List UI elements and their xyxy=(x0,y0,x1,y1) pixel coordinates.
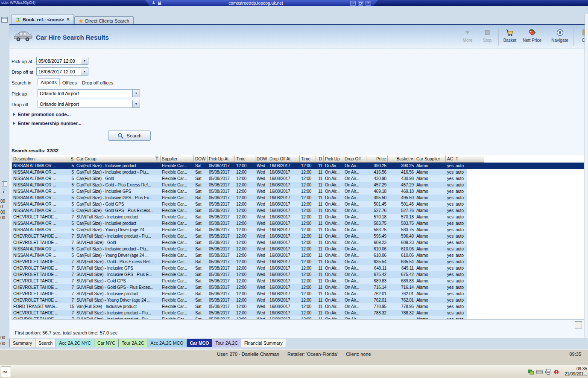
result-cell: Alamo xyxy=(415,195,446,201)
result-row[interactable]: FORD TRANSIT WAG...15Van(Full Size) - In… xyxy=(12,303,584,310)
result-row[interactable]: CHEVROLET TAHOE ...7SUV(Full Size) - Gol… xyxy=(12,259,584,265)
result-row[interactable]: NISSAN ALTIMA OR ...5Car(Full Size) - In… xyxy=(12,188,584,195)
column-header-s-1[interactable]: S xyxy=(68,155,75,163)
keyboard-icon[interactable] xyxy=(536,370,543,374)
result-cell: 610.06 xyxy=(388,252,415,259)
bottom-tab-search[interactable]: Search xyxy=(35,339,56,347)
pin-icon[interactable] xyxy=(152,1,155,5)
search-in-option-offices[interactable]: Offices xyxy=(60,79,79,86)
result-row[interactable]: NISSAN ALTIMA OR ...5Car(Full Size) - Go… xyxy=(12,201,584,207)
result-row[interactable]: NISSAN ALTIMA OR ...5Car(Full Size) - Yo… xyxy=(12,252,584,259)
chevron-down-icon[interactable]: ▼ xyxy=(132,100,140,108)
taskbar-clock[interactable]: 09:35 21/09/201... xyxy=(560,366,587,377)
close-button[interactable]: × xyxy=(366,1,371,6)
column-header-dow-4[interactable]: DOW xyxy=(194,155,208,163)
bottom-tab-acc-2a-2c-nyc[interactable]: Acc 2A,2C NYC xyxy=(56,339,94,347)
result-row[interactable]: CHEVROLET TAHOE ...7SUV(Full Size) - Gol… xyxy=(12,284,584,291)
panel-collapse-icon[interactable] xyxy=(1,17,8,23)
result-cell: Wed xyxy=(255,233,268,239)
chevron-down-icon[interactable]: ▼ xyxy=(81,68,88,75)
result-row[interactable]: CHEVROLET TAHOE ...7SUV(Full Size) - Inc… xyxy=(12,316,584,320)
column-header-basket-14[interactable]: Basket xyxy=(388,155,415,163)
result-row[interactable]: CHEVROLET TAHOE ...7SUV(Full Size) - Inc… xyxy=(12,271,584,278)
bottom-tab-acc-2a-2c-mco[interactable]: Acc 2A,2C MCO xyxy=(147,339,187,347)
result-cell: 16/08/2017 xyxy=(268,310,300,316)
document-tab[interactable]: Book. ref.: <none>× xyxy=(12,14,73,24)
result-cell: Flexible Car... xyxy=(161,265,194,271)
bottom-tab-financial-summary[interactable]: Financial Summary xyxy=(241,339,286,347)
result-row[interactable]: NISSAN ALTIMA OR ...5Car(Full Size) - Go… xyxy=(12,182,584,188)
navigate-button[interactable]: Navigate xyxy=(547,26,572,48)
column-header-dow-7[interactable]: DOW xyxy=(255,155,268,163)
restore-button[interactable] xyxy=(358,1,363,6)
result-row[interactable]: NISSAN ALTIMA OR ...5Car(Full Size) - In… xyxy=(12,246,584,252)
result-row[interactable]: CHEVROLET TAHOE ...7SUV(Full Size) - Inc… xyxy=(12,291,584,297)
column-header-car-supplier-15[interactable]: Car Supplier xyxy=(415,155,446,163)
column-header-description-0[interactable]: Description xyxy=(12,155,68,163)
column-header-drop-off-12[interactable]: Drop Off xyxy=(343,155,366,163)
bottom-tab-car-nyc[interactable]: Car NYC xyxy=(94,339,119,347)
result-cell: 11 xyxy=(316,284,324,291)
more-arrow-icon xyxy=(465,30,471,35)
result-row[interactable]: CHEVROLET TAHOE ...7SUV(Full Size) - Inc… xyxy=(12,310,584,316)
column-header-label: Drop Off At xyxy=(269,157,290,161)
result-row[interactable]: NISSAN ALTIMA OR ...5Car(Full Size) - Yo… xyxy=(12,227,584,233)
result-cell: Alamo xyxy=(415,169,446,175)
search-in-option-drop-off-offices[interactable]: Drop off offices xyxy=(79,79,116,86)
result-row[interactable]: NISSAN ALTIMA OR ...5Car(Full Size) - Go… xyxy=(12,207,584,214)
result-row[interactable]: CHEVROLET TAHOE ...7SUV(Full Size) - Gol… xyxy=(12,278,584,284)
drop-off-combo[interactable]: Orlando Intl Airport ▼ xyxy=(38,100,140,108)
document-tab[interactable]: Direct Clients Search xyxy=(74,16,133,25)
pick-up-combo[interactable]: Orlando Intl Airport ▼ xyxy=(38,89,140,97)
tab-close-icon[interactable]: × xyxy=(67,17,70,22)
column-header-d-10[interactable]: D xyxy=(316,155,324,163)
result-row[interactable]: NISSAN ALTIMA OR ...5Car(Full Size) - In… xyxy=(12,195,584,201)
result-row[interactable]: NISSAN ALTIMA OR ...5Car(Full Size) - In… xyxy=(12,220,584,227)
network-icon[interactable] xyxy=(528,369,534,375)
column-header-price-13[interactable]: Price xyxy=(366,155,388,163)
column-header-pick-up-at-5[interactable]: Pick Up At xyxy=(208,155,235,163)
result-row[interactable]: NISSAN ALTIMA OR ...5Car(Full Size) - In… xyxy=(12,169,584,175)
alert-icon[interactable] xyxy=(554,369,559,375)
basket-button[interactable]: Basket xyxy=(500,26,520,48)
right-scrollbar-gutter[interactable] xyxy=(585,14,588,338)
bottom-tab-tour-2a-2c[interactable]: Tour 2A,2C xyxy=(118,339,148,347)
column-header-drop-off-at-8[interactable]: Drop Off At xyxy=(268,155,300,163)
column-header-car-group-2[interactable]: Car Group xyxy=(75,155,161,163)
docked-panel-icon[interactable] xyxy=(2,181,7,186)
promotion-code-toggle[interactable]: Enter promotion code... xyxy=(13,112,70,117)
search-in-option-airports[interactable]: Airports xyxy=(38,79,60,86)
result-cell: Flexible Car... xyxy=(161,246,194,252)
search-button[interactable]: Search xyxy=(108,131,151,141)
column-header-time-6[interactable]: Time xyxy=(235,155,255,163)
chevron-down-icon[interactable]: ▼ xyxy=(132,90,140,97)
result-row[interactable]: CHEVROLET TAHOE ...7SUV(Full Size) - Gol… xyxy=(12,239,584,246)
result-row[interactable]: CHEVROLET TAHOE ...7SUV(Full Size) - Inc… xyxy=(12,214,584,220)
bottom-tab-tour-2a-2c[interactable]: Tour 2A,2C xyxy=(212,339,241,347)
column-header-supplier-3[interactable]: Supplier xyxy=(161,155,194,163)
result-row[interactable]: NISSAN ALTIMA OR ...5Car(Full Size) - Go… xyxy=(12,175,584,182)
minimize-button[interactable]: – xyxy=(350,1,356,6)
result-row[interactable]: CHEVROLET TAHOE ...7SUV(Full Size) - Inc… xyxy=(12,265,584,271)
column-header-pick-up-11[interactable]: Pick Up xyxy=(324,155,343,163)
chevron-down-icon[interactable]: ▼ xyxy=(81,57,88,64)
scroll-corner-button[interactable] xyxy=(575,321,582,329)
drop-off-at-combo[interactable]: 16/08/2017 12:00 ▼ xyxy=(36,67,88,76)
membership-number-toggle[interactable]: Enter membership number... xyxy=(13,121,82,126)
result-cell: Sat xyxy=(194,169,208,175)
result-row[interactable]: CHEVROLET TAHOE ...7SUV(Full Size) - Inc… xyxy=(12,233,584,239)
bottom-tab-summary[interactable]: Summary xyxy=(9,339,35,347)
result-cell: 495.50 xyxy=(388,195,415,201)
nett-price-button[interactable]: Nett Price xyxy=(520,26,544,48)
result-row[interactable]: CHEVROLET TAHOE ...7SUV(Full Size) - You… xyxy=(12,297,584,303)
column-header-t-17[interactable]: T xyxy=(454,155,467,163)
result-row[interactable]: NISSAN ALTIMA OR ...5Car(Full Size) - In… xyxy=(12,163,584,169)
pick-up-at-combo[interactable]: 05/08/2017 12:00 ▼ xyxy=(36,57,88,65)
bottom-tab-car-mco[interactable]: Car MCO xyxy=(187,339,213,347)
printer-icon[interactable] xyxy=(545,369,551,375)
column-header-time-9[interactable]: Time xyxy=(300,155,316,163)
taskbar-app-button[interactable]: ea... xyxy=(1,366,11,377)
result-cell: 11 xyxy=(316,169,324,175)
document-tabs: Book. ref.: <none>×Direct Clients Search xyxy=(9,14,588,24)
column-header-ac-16[interactable]: AC xyxy=(446,155,454,163)
